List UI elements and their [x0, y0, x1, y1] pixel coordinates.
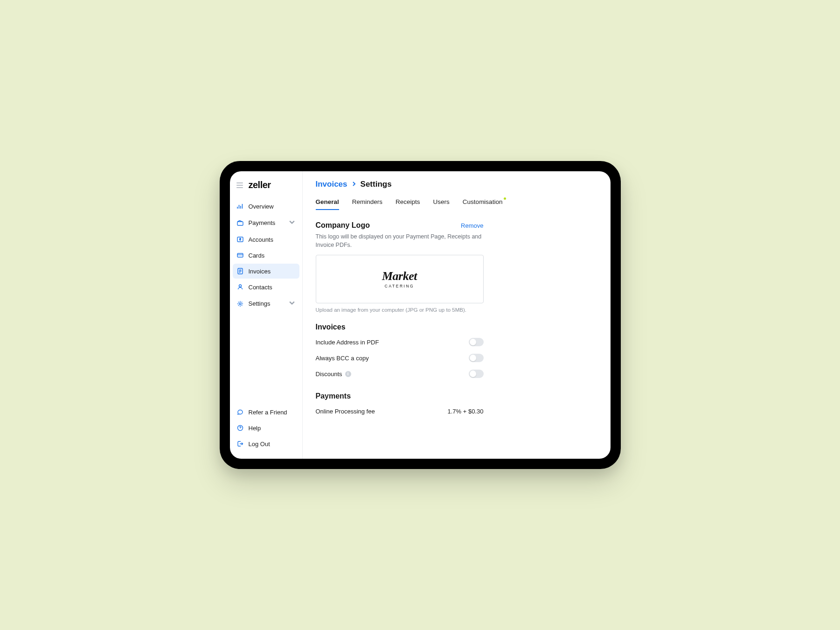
company-logo-section: Company Logo Remove This logo will be di… — [316, 221, 597, 313]
tab-reminders[interactable]: Reminders — [352, 198, 382, 209]
chat-icon — [236, 408, 244, 416]
hamburger-icon[interactable] — [236, 182, 243, 188]
tabs: General Reminders Receipts Users Customi… — [316, 198, 597, 210]
help-icon — [236, 424, 244, 432]
section-title: Company Logo — [316, 221, 370, 230]
sidebar-footer: Refer a Friend Help Log Out — [230, 403, 302, 455]
sidebar-item-cards[interactable]: Cards — [233, 248, 299, 263]
invoices-section: Invoices Include Address in PDF Always B… — [316, 323, 597, 382]
sidebar-item-label: Log Out — [249, 441, 270, 448]
logo-tagline: CATERING — [382, 284, 417, 288]
tab-customisation[interactable]: Customisation — [463, 198, 503, 209]
sidebar-item-label: Refer a Friend — [249, 409, 287, 416]
sidebar-item-invoices[interactable]: Invoices — [233, 264, 299, 279]
sidebar-item-label: Settings — [249, 300, 271, 307]
card-icon — [236, 252, 244, 259]
row-label: Always BCC a copy — [316, 355, 369, 362]
sidebar-item-settings[interactable]: Settings — [233, 295, 299, 312]
sidebar-nav: Overview Payments Accounts — [230, 197, 302, 314]
sidebar-item-payments[interactable]: Payments — [233, 215, 299, 231]
svg-point-4 — [239, 285, 241, 287]
person-icon — [236, 283, 244, 291]
toggle-bcc-copy: Always BCC a copy — [316, 350, 484, 366]
info-icon[interactable]: i — [345, 371, 351, 377]
section-title: Invoices — [316, 323, 597, 331]
upload-hint: Upload an image from your computer (JPG … — [316, 307, 597, 313]
bar-chart-icon — [236, 203, 244, 210]
notification-dot-icon — [504, 197, 506, 200]
sidebar-item-help[interactable]: Help — [233, 420, 299, 435]
toggle-include-address: Include Address in PDF — [316, 334, 484, 350]
section-title: Payments — [316, 392, 597, 400]
sidebar-header: zeller — [230, 175, 302, 197]
tab-label: Customisation — [463, 198, 503, 205]
gear-icon — [236, 300, 244, 308]
tab-general[interactable]: General — [316, 198, 339, 210]
svg-rect-0 — [237, 222, 243, 225]
sidebar-item-label: Cards — [249, 252, 265, 259]
chevron-down-icon — [288, 299, 296, 308]
toggle-discounts: Discounts i — [316, 366, 484, 382]
tab-label: Receipts — [396, 198, 420, 205]
dollar-box-icon — [236, 236, 244, 243]
sidebar-item-label: Invoices — [249, 268, 271, 275]
sidebar: zeller Overview Payments — [230, 171, 303, 459]
tab-users[interactable]: Users — [433, 198, 450, 209]
brand-logo: zeller — [249, 180, 271, 190]
main-content: Invoices Settings General Reminders Rece… — [303, 171, 611, 459]
chevron-right-icon — [352, 181, 356, 188]
wallet-icon — [236, 219, 244, 227]
section-description: This logo will be displayed on your Paym… — [316, 232, 484, 249]
sidebar-item-overview[interactable]: Overview — [233, 199, 299, 214]
sidebar-item-label: Contacts — [249, 284, 272, 291]
tab-receipts[interactable]: Receipts — [396, 198, 420, 209]
svg-rect-2 — [237, 253, 243, 257]
tablet-frame: zeller Overview Payments — [220, 161, 621, 469]
row-label: Include Address in PDF — [316, 339, 379, 346]
logo-wordmark: Market — [382, 270, 417, 282]
payments-section: Payments Online Processing fee 1.7% + $0… — [316, 392, 597, 419]
tab-label: General — [316, 198, 339, 205]
toggle-switch[interactable] — [469, 354, 484, 362]
company-logo-preview: Market CATERING — [382, 270, 417, 288]
app-screen: zeller Overview Payments — [230, 171, 611, 459]
sidebar-item-refer[interactable]: Refer a Friend — [233, 405, 299, 420]
row-label: Online Processing fee — [316, 408, 375, 415]
breadcrumb-parent[interactable]: Invoices — [316, 180, 347, 189]
breadcrumb-current: Settings — [361, 180, 392, 189]
svg-point-5 — [239, 303, 241, 305]
sidebar-item-label: Payments — [249, 219, 276, 226]
row-value: 1.7% + $0.30 — [448, 408, 484, 415]
logo-upload-box[interactable]: Market CATERING — [316, 255, 484, 303]
sidebar-item-accounts[interactable]: Accounts — [233, 232, 299, 247]
tab-label: Reminders — [352, 198, 382, 205]
row-label: Discounts — [316, 371, 342, 378]
remove-logo-link[interactable]: Remove — [461, 222, 483, 229]
sidebar-item-contacts[interactable]: Contacts — [233, 280, 299, 294]
sidebar-item-label: Accounts — [249, 236, 273, 243]
logout-icon — [236, 440, 244, 448]
sidebar-item-label: Overview — [249, 203, 274, 210]
toggle-switch[interactable] — [469, 370, 484, 378]
breadcrumb: Invoices Settings — [316, 180, 597, 189]
tab-label: Users — [433, 198, 450, 205]
sidebar-item-logout[interactable]: Log Out — [233, 436, 299, 451]
invoice-icon — [236, 267, 244, 275]
toggle-switch[interactable] — [469, 338, 484, 346]
chevron-down-icon — [288, 218, 296, 227]
sidebar-item-label: Help — [249, 425, 261, 432]
processing-fee-row: Online Processing fee 1.7% + $0.30 — [316, 404, 484, 419]
